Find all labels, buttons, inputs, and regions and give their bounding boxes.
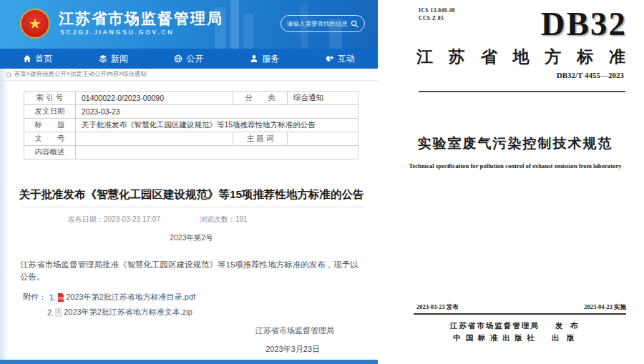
screenshot-root: ★ 江苏省市场监督管理局 SCJGJ.JIANGSU.GOV.CN 首页 新闻: [0, 0, 644, 364]
signature-organization: 江苏省市场监督管理局: [0, 325, 334, 336]
standard-number: DB32/T 4455—2023: [557, 71, 624, 79]
press-line: 中 国 标 准 出 版 社 出 版: [386, 333, 644, 343]
site-domain: SCJGJ.JIANGSU.GOV.CN: [60, 29, 174, 36]
attachment-link-zip[interactable]: 2. 2023年第2批江苏省地方标准文本.zip: [47, 307, 192, 318]
attachment-number: 1.: [49, 293, 56, 302]
views-label: 浏览次数：: [200, 215, 235, 223]
article-title: 关于批准发布《智慧化工园区建设规范》等15项推荐性地方标准的公告: [14, 187, 369, 202]
attachment-name: 2023年第2批江苏省地方标准目录.pdf: [66, 292, 195, 302]
publisher-role: 发 布: [555, 321, 581, 331]
pdf-file-icon: PDF: [57, 293, 64, 302]
index-label: 索 引 号: [24, 92, 76, 105]
search-icon[interactable]: [351, 20, 358, 28]
table-row: 发文日期 2023-03-23: [24, 105, 358, 119]
nav-item-interact[interactable]: 互动: [302, 49, 378, 69]
search-input[interactable]: [287, 20, 351, 27]
date-label: 发文日期: [24, 105, 76, 119]
issue-number: 2023年第2号: [14, 233, 369, 243]
signature-date: 2023年3月23日: [0, 344, 320, 355]
handshake-icon: [326, 54, 334, 63]
nav-item-services[interactable]: 服务: [227, 49, 303, 69]
ccs-code: CCS Z 05: [419, 14, 455, 22]
skyline-graphic: [243, 14, 253, 49]
document-meta-table: 索 引 号 01400022-0/2023-00090 分 类 综合通知 发文日…: [24, 91, 358, 159]
gov-website-panel: ★ 江苏省市场监督管理局 SCJGJ.JIANGSU.GOV.CN 首页 新闻: [0, 0, 378, 364]
main-nav: 首页 新闻 公开 服务 互动: [0, 49, 378, 69]
zip-file-icon: [55, 308, 62, 317]
site-header: ★ 江苏省市场监督管理局 SCJGJ.JIANGSU.GOV.CN: [0, 0, 378, 49]
issue-date: 2023-03-23 发布: [416, 303, 459, 312]
ics-code: ICS 13.040.40: [419, 6, 455, 14]
ics-ccs-codes: ICS 13.040.40 CCS Z 05: [419, 6, 455, 23]
standard-type-heading: 江 苏 省 地 方 标 准: [416, 46, 625, 68]
table-row: 标 题 关于批准发布《智慧化工园区建设规范》等15项推荐性地方标准的公告: [24, 119, 358, 132]
publish-date-label: 发布日期：: [68, 215, 104, 223]
footer-strip: [0, 360, 378, 364]
standard-title-en: Technical specification for pollution co…: [394, 162, 637, 169]
table-row: 索 引 号 01400022-0/2023-00090 分 类 综合通知: [24, 92, 358, 105]
svg-text:PDF: PDF: [59, 297, 65, 300]
nav-item-disclosure[interactable]: 公开: [151, 49, 227, 69]
national-emblem-logo: ★: [20, 9, 50, 39]
nav-item-news[interactable]: 新闻: [76, 49, 152, 69]
nav-label: 首页: [35, 53, 52, 65]
category-value: 综合通知: [288, 92, 358, 105]
attachment-name: 2023年第2批江苏省地方标准文本.zip: [64, 307, 192, 318]
category-label: 分 类: [233, 92, 288, 105]
view-count: 浏览次数：191: [200, 215, 248, 225]
docnum-value: [76, 132, 233, 146]
keywords-value: [288, 132, 358, 146]
nav-label: 服务: [262, 53, 279, 65]
globe-icon: [174, 54, 182, 63]
attachment-number: 2.: [47, 308, 54, 317]
article-body: 江苏省市场监督管理局批准《智慧化工园区建设规范》等15项推荐性地方标准的发布，现…: [20, 259, 364, 284]
date-row: 2023-03-23 发布 2023-04-23 实施: [416, 303, 626, 312]
page-edge-gradient: [0, 69, 9, 360]
table-row: 文 号 主 题 词: [24, 132, 358, 146]
breadcrumb-text: 首页>政府信息公开>法定主动公开内容>综合通知: [14, 70, 147, 79]
publisher-line: 江苏省市场监督管理局 发 布: [386, 321, 644, 331]
attachment-row-1: 附件： 1. PDF 2023年第2批江苏省地方标准目录.pdf: [23, 292, 195, 302]
attachment-link-pdf[interactable]: 1. PDF 2023年第2批江苏省地方标准目录.pdf: [49, 292, 195, 302]
nav-label: 互动: [338, 53, 355, 65]
breadcrumb[interactable]: 首页>政府信息公开>法定主动公开内容>综合通知: [0, 69, 378, 81]
summary-label: 内容概述: [24, 146, 76, 159]
nav-item-home[interactable]: 首页: [0, 49, 76, 69]
docnum-label: 文 号: [24, 132, 76, 146]
standard-cover-panel: ICS 13.040.40 CCS Z 05 DB32 江 苏 省 地 方 标 …: [386, 0, 644, 364]
views-value: 191: [235, 215, 248, 223]
title-value: 关于批准发布《智慧化工园区建设规范》等15项推荐性地方标准的公告: [76, 119, 358, 132]
divider: [419, 91, 625, 92]
nav-label: 新闻: [111, 53, 128, 65]
publish-date: 发布日期：2023-03-23 17:07: [68, 215, 160, 225]
table-row: 内容概述: [24, 146, 358, 159]
press-role: 出 版: [552, 333, 577, 343]
date-value: 2023-03-23: [76, 105, 358, 119]
title-label: 标 题: [24, 119, 76, 132]
search-box[interactable]: [280, 15, 365, 32]
skyline-graphic: [230, 0, 239, 49]
attachments-label: 附件：: [23, 292, 47, 302]
home-icon: [23, 54, 31, 63]
summary-value: [76, 146, 358, 159]
nav-label: 公开: [186, 53, 203, 65]
index-value: 01400022-0/2023-00090: [76, 92, 233, 105]
standard-title-cn: 实验室废气污染控制技术规范: [401, 134, 630, 153]
attachment-row-2: 2. 2023年第2批江苏省地方标准文本.zip: [23, 307, 195, 318]
keywords-label: 主 题 词: [233, 132, 288, 146]
implement-date: 2023-04-23 实施: [584, 303, 626, 312]
press-org: 中 国 标 准 出 版 社: [454, 333, 536, 343]
person-icon: [250, 54, 258, 63]
article-meta: 发布日期：2023-03-23 17:07 浏览次数：191: [68, 215, 311, 225]
publisher-org: 江苏省市场监督管理局: [450, 321, 540, 331]
publish-date-value: 2023-03-23 17:07: [104, 215, 160, 223]
site-title: 江苏省市场监督管理局: [59, 9, 223, 29]
attachments-section: 附件： 1. PDF 2023年第2批江苏省地方标准目录.pdf 2. 2023…: [23, 292, 195, 322]
divider: [21, 207, 364, 207]
db32-logo-text: DB32: [541, 4, 627, 43]
layers-icon: [99, 54, 107, 63]
divider: [414, 313, 626, 315]
